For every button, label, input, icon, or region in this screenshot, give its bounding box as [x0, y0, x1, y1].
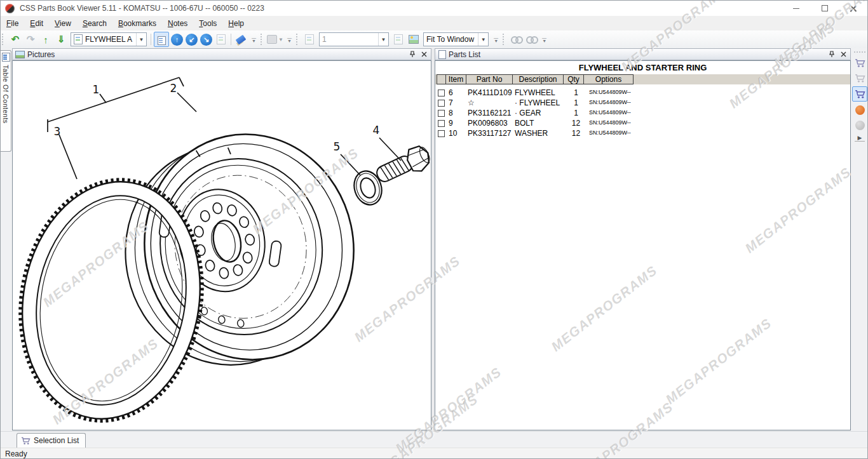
- history-back-button[interactable]: ↶: [8, 32, 22, 46]
- sheet-button[interactable]: [302, 32, 316, 46]
- page-history-button[interactable]: ⇓: [54, 32, 68, 46]
- page-icon: [74, 34, 83, 44]
- bottom-tab-strip: Selection List: [1, 431, 867, 448]
- menu-help[interactable]: Help: [222, 17, 250, 30]
- callout-1[interactable]: 1: [93, 83, 100, 96]
- callout-2[interactable]: 2: [170, 82, 177, 95]
- status-bar: Ready: [1, 448, 867, 459]
- nav-previous-button[interactable]: ↙: [186, 34, 198, 46]
- right-toolbar: ▶: [851, 48, 868, 431]
- table-row[interactable]: 9 PK0096803 BOLT 12 SN:U544809W--: [437, 118, 637, 128]
- row-checkbox[interactable]: [438, 110, 445, 117]
- unlink-parts-button[interactable]: [524, 32, 538, 46]
- row-checkbox[interactable]: [438, 130, 445, 137]
- pages-icon: ⇓: [57, 34, 65, 45]
- header-options[interactable]: Options: [583, 74, 634, 84]
- zoom-mode-combobox[interactable]: Fit To Window ▼: [423, 32, 489, 46]
- menu-tools[interactable]: Tools: [193, 17, 222, 30]
- highlight-button[interactable]: [234, 32, 248, 46]
- up-level-button[interactable]: ↑: [39, 32, 53, 46]
- close-button[interactable]: [839, 1, 867, 16]
- menu-notes[interactable]: Notes: [162, 17, 193, 30]
- link-broken-icon: [526, 36, 536, 43]
- table-row[interactable]: 10 PK33117127 WASHER 12 SN:U544809W--: [437, 128, 637, 138]
- toolbar-overflow[interactable]: —▼: [285, 32, 294, 46]
- menu-view[interactable]: View: [49, 17, 77, 30]
- menu-search[interactable]: Search: [77, 17, 112, 30]
- restore-button[interactable]: [810, 1, 839, 16]
- flywheel-shape: [104, 115, 374, 384]
- stamp-button[interactable]: ▼: [267, 32, 283, 46]
- panel-close-button[interactable]: [419, 50, 428, 59]
- toggle-toc-button[interactable]: [154, 32, 169, 47]
- image-view-button[interactable]: [407, 32, 421, 46]
- nav-up-button[interactable]: ↑: [171, 34, 183, 46]
- pin-icon: [829, 51, 835, 58]
- history-forward-button[interactable]: ↷: [24, 32, 37, 46]
- show-cart-button[interactable]: [852, 86, 867, 102]
- cart-plus-icon: [855, 58, 865, 68]
- header-checkbox-column: [437, 74, 446, 84]
- header-description[interactable]: Description: [512, 74, 564, 84]
- header-qty[interactable]: Qty: [563, 74, 584, 84]
- nav-next-button[interactable]: ↘: [200, 34, 212, 46]
- highlighter-icon: [236, 34, 247, 44]
- chevron-down-icon[interactable]: ▼: [478, 33, 488, 46]
- app-window: CSS Parts Book Viewer 5.11 - KOMATSU -- …: [0, 0, 868, 459]
- toolbar-grip[interactable]: [261, 34, 264, 45]
- chevron-down-icon[interactable]: ▼: [136, 33, 146, 46]
- toolbar-grip[interactable]: [854, 51, 865, 55]
- row-checkbox[interactable]: [438, 90, 445, 96]
- sheet-number-combobox[interactable]: 1 ▼: [319, 32, 389, 46]
- table-row[interactable]: 7 ☆ · FLYWHEEL 1 SN:U544809W--: [437, 98, 637, 108]
- toolbar-grip[interactable]: [2, 34, 5, 45]
- callout-4[interactable]: 4: [373, 124, 380, 136]
- expand-toolbar-button[interactable]: ▶: [855, 135, 865, 142]
- menu-edit[interactable]: Edit: [24, 17, 49, 30]
- menu-bookmarks[interactable]: Bookmarks: [112, 17, 162, 30]
- selection-list-tab[interactable]: Selection List: [17, 433, 86, 448]
- pin-button[interactable]: [827, 50, 836, 59]
- toolbar-grip[interactable]: [503, 34, 506, 45]
- main-area: Table Of Contents Pictures: [1, 48, 867, 431]
- main-toolbar: ↶ ↷ ↑ ⇓ FLYWHEEL A ▼ ↑ ↙ ↘ —▼ ▼ —▼ 1 ▼ F…: [1, 30, 867, 49]
- next-sheet-button[interactable]: [391, 32, 405, 46]
- pin-icon: [409, 51, 416, 58]
- link-parts-button[interactable]: [509, 32, 523, 46]
- table-row[interactable]: 8 PK31162121 · GEAR 1 SN:U544809W--: [437, 108, 637, 118]
- table-of-contents-tab[interactable]: Table Of Contents: [1, 50, 11, 152]
- toc-tab-label: Table Of Contents: [2, 65, 10, 124]
- add-to-cart-button[interactable]: [853, 56, 867, 70]
- toolbar-overflow[interactable]: —▼: [540, 32, 548, 46]
- remove-from-cart-button[interactable]: [853, 71, 867, 85]
- page-info-button[interactable]: [214, 32, 228, 46]
- callout-3[interactable]: 3: [54, 125, 61, 138]
- header-item[interactable]: Item: [445, 74, 466, 84]
- pictures-canvas[interactable]: 1 2 3 4 5: [12, 60, 431, 430]
- zoom-mode-value: Fit To Window: [426, 35, 478, 44]
- selection-list-tab-label: Selection List: [34, 436, 79, 445]
- page-selector-combobox[interactable]: FLYWHEEL A ▼: [71, 32, 147, 46]
- menu-file[interactable]: File: [1, 17, 24, 30]
- back-icon: ↶: [11, 34, 20, 45]
- sheet-number-value: 1: [322, 35, 378, 44]
- pin-button[interactable]: [408, 50, 417, 59]
- toolbar-overflow[interactable]: —▼: [250, 32, 258, 46]
- minimize-icon: [793, 8, 799, 9]
- help-lookup-button[interactable]: [853, 118, 867, 132]
- cart-icon: [21, 437, 31, 445]
- minimize-button[interactable]: [782, 1, 810, 16]
- window-title: CSS Parts Book Viewer 5.11 - KOMATSU -- …: [20, 4, 264, 13]
- row-checkbox[interactable]: [438, 120, 445, 127]
- toolbar-overflow[interactable]: —▼: [492, 32, 500, 46]
- panel-close-button[interactable]: [839, 50, 848, 59]
- flywheel-diagram: 1 2 3 4 5: [13, 61, 431, 430]
- left-tab-strip: Table Of Contents: [1, 48, 12, 431]
- table-row[interactable]: 6 PK4111D109 FLYWHEEL 1 SN:U544809W--: [437, 88, 637, 98]
- info-search-button[interactable]: [853, 103, 867, 117]
- header-part-no[interactable]: Part No: [466, 74, 513, 84]
- chevron-down-icon[interactable]: ▼: [378, 33, 388, 46]
- callout-5[interactable]: 5: [334, 140, 341, 153]
- row-checkbox[interactable]: [438, 100, 445, 107]
- toolbar-grip[interactable]: [296, 34, 299, 45]
